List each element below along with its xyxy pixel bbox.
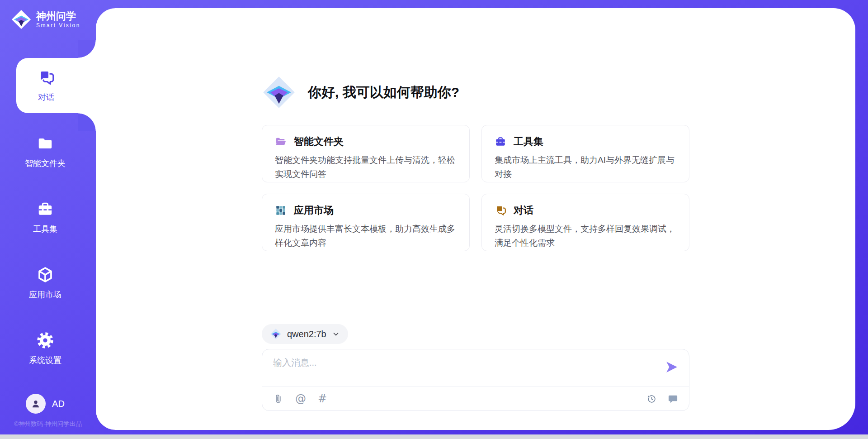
card-title: 智能文件夹: [294, 135, 344, 148]
user-initials: AD: [52, 399, 65, 409]
card-description: 应用市场提供丰富长文本模板，助力高效生成多样化文章内容: [275, 222, 457, 250]
brand-name: 神州问学: [36, 10, 80, 22]
person-icon: [30, 398, 42, 410]
at-icon: @: [295, 393, 306, 404]
sidebar-item-label: 智能文件夹: [25, 158, 66, 169]
greeting-title: 你好, 我可以如何帮助你?: [308, 83, 459, 102]
sidebar-item-label: 对话: [38, 92, 54, 103]
sidebar-item-app-market[interactable]: 应用市场: [0, 266, 90, 300]
brand-subtitle: Smart Vision: [36, 22, 80, 29]
toolbox-icon: [37, 200, 54, 220]
composer-toolbar-right: [646, 394, 678, 404]
folder-icon: [37, 135, 54, 154]
message-input[interactable]: [273, 357, 653, 380]
chat-icon: [495, 205, 506, 216]
user-account[interactable]: AD: [0, 394, 90, 414]
attach-button[interactable]: [273, 394, 283, 404]
model-name: qwen2:7b: [287, 329, 326, 339]
brand-diamond-icon: [11, 9, 32, 30]
toolbox-icon: [495, 136, 506, 148]
sidebar-item-smart-folder[interactable]: 智能文件夹: [0, 135, 90, 169]
card-title: 工具集: [514, 135, 543, 148]
sidebar-item-settings[interactable]: 系统设置: [0, 332, 90, 366]
chevron-down-icon: [332, 330, 340, 338]
horizontal-scrollbar[interactable]: [0, 434, 868, 439]
topic-button[interactable]: #: [318, 393, 327, 404]
folder-open-icon: [275, 136, 287, 148]
card-smart-folder[interactable]: 智能文件夹 智能文件夹功能支持批量文件上传与清洗，轻松实现文件问答: [262, 125, 470, 182]
copyright-text: ©神州数码·神州问学出品: [0, 420, 96, 428]
message-composer: @ #: [262, 349, 689, 411]
assistant-diamond-icon: [262, 75, 296, 110]
model-diamond-icon: [270, 328, 282, 340]
cube-icon: [37, 266, 54, 285]
gear-icon: [37, 332, 54, 351]
tab-curve-bottom: [78, 113, 96, 131]
grid-icon: [275, 205, 287, 216]
sidebar-item-label: 系统设置: [29, 355, 61, 366]
chat-icon: [38, 69, 55, 88]
card-description: 智能文件夹功能支持批量文件上传与清洗，轻松实现文件问答: [275, 153, 457, 181]
hash-icon: #: [318, 393, 327, 404]
app-root: 神州问学 Smart Vision 对话 智能文件夹: [0, 0, 868, 439]
tab-curve-top: [78, 40, 96, 58]
feature-cards: 智能文件夹 智能文件夹功能支持批量文件上传与清洗，轻松实现文件问答: [262, 125, 689, 251]
history-button[interactable]: [646, 394, 657, 404]
send-button[interactable]: [665, 360, 679, 375]
brand-logo: 神州问学 Smart Vision: [11, 9, 80, 30]
sidebar-item-label: 应用市场: [29, 289, 61, 300]
main-panel: 你好, 我可以如何帮助你? 智能文件夹 智能文件夹功能支持批量文件上传与清洗，轻…: [96, 8, 855, 430]
card-title: 应用市场: [294, 204, 334, 217]
sidebar-item-chat[interactable]: 对话: [16, 58, 96, 113]
card-toolset[interactable]: 工具集 集成市场上主流工具，助力AI与外界无缝扩展与对接: [481, 125, 689, 182]
avatar: [26, 394, 46, 414]
content-column: 你好, 我可以如何帮助你? 智能文件夹 智能文件夹功能支持批量文件上传与清洗，轻…: [262, 8, 689, 430]
paperclip-icon: [273, 394, 283, 404]
model-selector[interactable]: qwen2:7b: [262, 324, 348, 344]
sidebar-item-toolset[interactable]: 工具集: [0, 200, 90, 234]
composer-toolbar: @ #: [262, 387, 689, 410]
card-title: 对话: [514, 204, 533, 217]
feedback-button[interactable]: [668, 394, 678, 404]
mention-button[interactable]: @: [295, 393, 306, 404]
chat-bubble-icon: [668, 394, 678, 404]
history-icon: [646, 394, 657, 404]
greeting: 你好, 我可以如何帮助你?: [262, 75, 459, 110]
card-app-market[interactable]: 应用市场 应用市场提供丰富长文本模板，助力高效生成多样化文章内容: [262, 194, 470, 251]
sidebar: 神州问学 Smart Vision 对话 智能文件夹: [0, 0, 96, 439]
send-icon: [665, 360, 679, 374]
card-chat[interactable]: 对话 灵活切换多模型文件，支持多样回复效果调试，满足个性化需求: [481, 194, 689, 251]
sidebar-item-label: 工具集: [33, 224, 57, 234]
card-description: 灵活切换多模型文件，支持多样回复效果调试，满足个性化需求: [495, 222, 676, 250]
card-description: 集成市场上主流工具，助力AI与外界无缝扩展与对接: [495, 153, 676, 181]
